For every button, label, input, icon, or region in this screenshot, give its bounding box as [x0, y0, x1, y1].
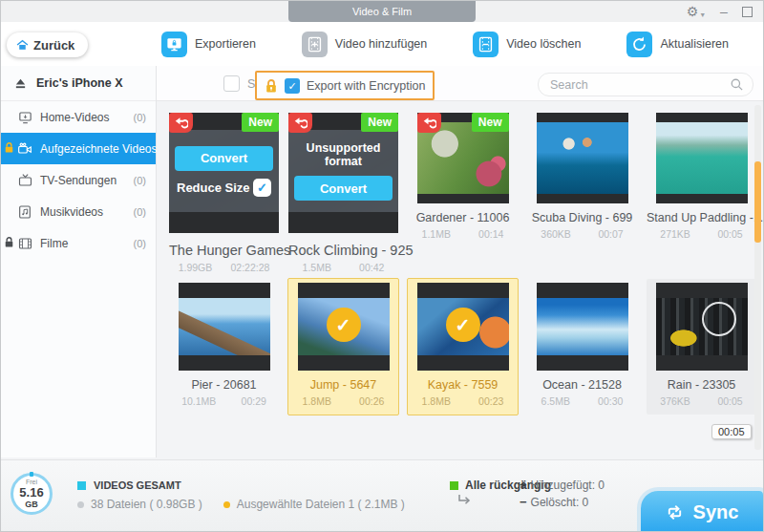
scrollbar-thumb[interactable]	[754, 161, 761, 243]
video-meta: 271KB00:05	[647, 228, 756, 240]
search-box[interactable]	[538, 73, 753, 96]
video-thumbnail[interactable]: ✓	[298, 283, 390, 371]
total-bullet-icon	[77, 481, 86, 490]
video-thumbnail[interactable]	[656, 113, 748, 203]
film-icon	[16, 235, 33, 252]
sidebar-item-home-videos[interactable]: Home-Videos(0)	[1, 101, 156, 133]
video-card[interactable]: ConvertReduce Size✓NewThe Hunger Games1.…	[169, 113, 279, 273]
free-unit: GB	[25, 500, 38, 509]
selected-check-icon[interactable]: ✓	[327, 308, 361, 342]
back-label: Zurück	[33, 38, 74, 53]
video-size: 10.1MB	[181, 395, 216, 407]
sidebar-item-tv-sendungen[interactable]: TV-Sendungen(0)	[1, 164, 156, 196]
video-title: Stand Up Paddling -...	[647, 211, 756, 224]
video-thumbnail[interactable]: ConvertReduce Size✓New	[169, 113, 279, 233]
convert-button[interactable]: Convert	[175, 146, 273, 171]
convert-button[interactable]: Convert	[294, 176, 393, 201]
minimize-button[interactable]: –	[713, 1, 734, 22]
video-card[interactable]: Ocean - 215286.5MB00:30	[527, 279, 637, 415]
deleted-counter: −Gelöscht: 0	[520, 494, 605, 511]
video-duration: 00:29	[242, 395, 266, 407]
toolbar-action-label: Video löschen	[506, 37, 581, 51]
video-add-icon	[302, 32, 328, 57]
settings-gear-icon[interactable]: ⚙▼	[685, 1, 708, 22]
video-thumbnail[interactable]	[656, 283, 748, 371]
encryption-checkbox[interactable]: ✓	[285, 78, 300, 94]
video-title: Scuba Diving - 699	[527, 211, 637, 224]
video-size: 271KB	[660, 228, 690, 240]
selected-bullet-icon	[223, 501, 230, 508]
video-size: 1.8MB	[422, 395, 451, 407]
video-thumbnail[interactable]	[179, 283, 270, 371]
sidebar-item-musikvideos[interactable]: Musikvideos(0)	[1, 196, 156, 227]
maximize-button[interactable]	[736, 1, 757, 22]
toolbar-action-exportieren[interactable]: Exportieren	[161, 32, 256, 57]
video-duration: 00:42	[359, 262, 384, 273]
undo-badge-icon[interactable]	[417, 113, 441, 133]
select-all-checkbox[interactable]	[223, 75, 240, 92]
scrollbar-track[interactable]	[754, 105, 761, 450]
grid-row: Pier - 2068110.1MB00:29✓Jump - 56471.8MB…	[169, 279, 756, 415]
sidebar-item-count: (0)	[134, 175, 146, 186]
video-card[interactable]: ✓Kayak - 75591.8MB00:23	[407, 278, 519, 415]
video-grid: ConvertReduce Size✓NewThe Hunger Games1.…	[157, 101, 763, 458]
video-duration: 00:26	[359, 395, 384, 407]
video-card[interactable]: NewGardener - 110061.1MB00:14	[408, 113, 518, 273]
undo-badge-icon[interactable]	[288, 113, 312, 133]
tv-icon	[16, 172, 33, 189]
video-title: Ocean - 21528	[527, 378, 637, 392]
sidebar-item-label: Home-Videos	[40, 111, 134, 124]
home-icon	[16, 39, 29, 52]
video-card[interactable]: Pier - 2068110.1MB00:29	[169, 279, 279, 415]
video-card[interactable]: Scuba Diving - 699360KB00:07	[527, 113, 637, 273]
selected-stat: Ausgewählte Dateien 1 ( 2.1MB )	[223, 498, 405, 511]
video-card[interactable]: ✓Jump - 56471.8MB00:26	[287, 278, 399, 415]
app-window: Video & Film ⚙▼ – Zurück ExportierenVide…	[0, 0, 764, 532]
encryption-label: Export with Encryption	[307, 79, 425, 93]
video-thumbnail[interactable]: ✓	[417, 283, 509, 371]
sidebar-item-count: (0)	[134, 112, 146, 123]
selected-check-icon[interactable]: ✓	[446, 308, 480, 342]
video-thumbnail[interactable]	[537, 113, 628, 203]
toolbar-action-label: Video hinzufügen	[335, 37, 427, 51]
free-space-ring: Frei 5.16 GB	[11, 473, 53, 515]
video-duration: 00:30	[598, 395, 623, 407]
reduce-size-checkbox[interactable]: ✓	[253, 179, 271, 197]
video-thumbnail[interactable]: New	[417, 113, 509, 203]
video-meta: 1.99GB02:22:28	[169, 262, 279, 273]
overlay-note: Unsupported format	[294, 141, 393, 168]
sidebar-item-filme[interactable]: Filme(0)	[1, 227, 156, 259]
thumbnail-image	[417, 122, 509, 194]
undo-badge-icon[interactable]	[169, 113, 193, 133]
video-card[interactable]: Unsupported formatConvertNewRock Climbin…	[288, 113, 398, 273]
toolbar-action-video-hinzuf-gen[interactable]: Video hinzufügen	[302, 32, 427, 57]
sidebar-item-label: Musikvideos	[40, 205, 134, 219]
grid-row: ConvertReduce Size✓NewThe Hunger Games1.…	[169, 113, 756, 273]
device-header[interactable]: Eric's iPhone X	[1, 66, 156, 101]
toolbar-action-aktualisieren[interactable]: Aktualisieren	[626, 32, 729, 57]
search-icon[interactable]	[730, 77, 744, 92]
sidebar-item-aufgezeichnete-videos[interactable]: Aufgezeichnete Videos(38)	[1, 133, 156, 164]
video-card[interactable]: Rain - 23305376KB00:05	[647, 279, 756, 415]
back-button[interactable]: Zurück	[7, 32, 88, 57]
plus-icon: +	[520, 478, 527, 492]
sidebar-item-label: TV-Sendungen	[40, 174, 134, 187]
music-video-icon	[16, 203, 33, 221]
sync-button[interactable]: Sync	[641, 491, 763, 532]
thumbnail-image	[179, 298, 270, 355]
video-card[interactable]: Stand Up Paddling -...271KB00:05	[647, 113, 756, 273]
sidebar-item-count: (0)	[134, 238, 146, 249]
sidebar-item-count: (0)	[134, 206, 146, 218]
video-duration: 00:14	[478, 228, 503, 240]
video-size: 360KB	[541, 228, 571, 240]
export-with-encryption[interactable]: ✓ Export with Encryption	[255, 71, 435, 100]
search-input[interactable]	[539, 78, 730, 92]
video-title: Rock Climbing - 925	[288, 243, 398, 258]
window-title: Video & Film	[288, 1, 476, 22]
video-size: 6.5MB	[541, 395, 570, 407]
toolbar-action-video-l-schen[interactable]: Video löschen	[473, 32, 581, 57]
minus-icon: −	[520, 495, 527, 509]
video-thumbnail[interactable]: Unsupported formatConvertNew	[288, 113, 398, 233]
video-thumbnail[interactable]	[537, 283, 628, 371]
eject-icon[interactable]	[14, 77, 27, 90]
